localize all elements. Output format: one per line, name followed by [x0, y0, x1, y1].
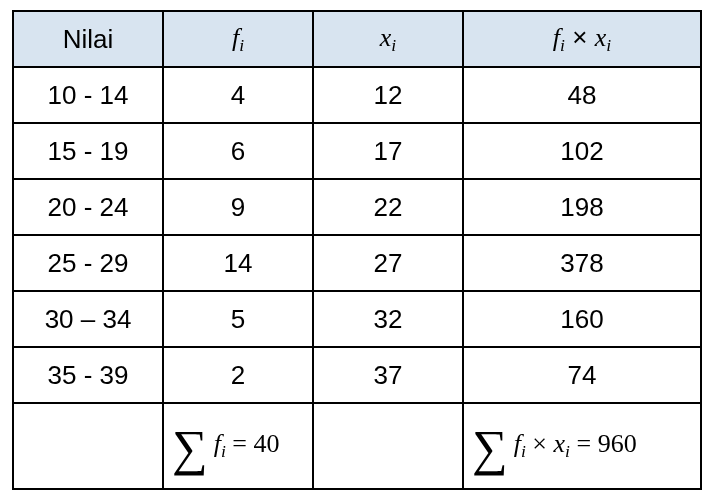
xi-symbol: x — [380, 23, 392, 52]
header-xi: xi — [313, 11, 463, 67]
fixi-times: × — [565, 22, 595, 52]
table-row: 25 - 29 14 27 378 — [13, 235, 701, 291]
sum-fi-eq: = — [226, 429, 254, 458]
cell-nilai: 15 - 19 — [13, 123, 163, 179]
cell-fixi: 160 — [463, 291, 701, 347]
cell-fi: 9 — [163, 179, 313, 235]
header-fi: fi — [163, 11, 313, 67]
cell-fixi: 378 — [463, 235, 701, 291]
cell-xi: 27 — [313, 235, 463, 291]
cell-fixi: 198 — [463, 179, 701, 235]
cell-xi: 17 — [313, 123, 463, 179]
table-row: 15 - 19 6 17 102 — [13, 123, 701, 179]
cell-xi: 22 — [313, 179, 463, 235]
sum-fixi-f: f — [514, 429, 521, 458]
sum-fi-cell: ∑ fi = 40 — [163, 403, 313, 489]
header-fixi: fi × xi — [463, 11, 701, 67]
sum-blank-xi — [313, 403, 463, 489]
sum-fixi-eq: = — [570, 429, 598, 458]
sum-fixi-val: 960 — [598, 429, 637, 458]
sum-fi-f: f — [214, 429, 221, 458]
cell-fixi: 102 — [463, 123, 701, 179]
cell-fi: 2 — [163, 347, 313, 403]
sum-fixi-times: × — [526, 429, 554, 458]
cell-fi: 4 — [163, 67, 313, 123]
table-row: 35 - 39 2 37 74 — [13, 347, 701, 403]
table-sum-row: ∑ fi = 40 ∑ fi × xi = 960 — [13, 403, 701, 489]
fi-subscript: i — [239, 35, 244, 55]
xi-subscript: i — [391, 35, 396, 55]
cell-fixi: 74 — [463, 347, 701, 403]
frequency-distribution-table: Nilai fi xi fi × xi 10 - 14 4 12 48 15 -… — [12, 10, 702, 490]
fixi-f: f — [553, 23, 560, 52]
cell-xi: 12 — [313, 67, 463, 123]
table-header-row: Nilai fi xi fi × xi — [13, 11, 701, 67]
cell-fixi: 48 — [463, 67, 701, 123]
table-row: 30 – 34 5 32 160 — [13, 291, 701, 347]
cell-nilai: 30 – 34 — [13, 291, 163, 347]
cell-nilai: 25 - 29 — [13, 235, 163, 291]
cell-fi: 5 — [163, 291, 313, 347]
header-nilai: Nilai — [13, 11, 163, 67]
cell-nilai: 10 - 14 — [13, 67, 163, 123]
table-row: 10 - 14 4 12 48 — [13, 67, 701, 123]
cell-fi: 6 — [163, 123, 313, 179]
sum-fixi-cell: ∑ fi × xi = 960 — [463, 403, 701, 489]
sum-blank-nilai — [13, 403, 163, 489]
cell-fi: 14 — [163, 235, 313, 291]
cell-nilai: 20 - 24 — [13, 179, 163, 235]
fixi-x: x — [595, 23, 607, 52]
cell-nilai: 35 - 39 — [13, 347, 163, 403]
sum-fi-val: 40 — [253, 429, 279, 458]
sigma-icon: ∑ — [172, 423, 208, 473]
fixi-xsub: i — [606, 35, 611, 55]
sigma-icon: ∑ — [472, 423, 508, 473]
sum-fixi-x: x — [553, 429, 565, 458]
table-row: 20 - 24 9 22 198 — [13, 179, 701, 235]
cell-xi: 32 — [313, 291, 463, 347]
cell-xi: 37 — [313, 347, 463, 403]
